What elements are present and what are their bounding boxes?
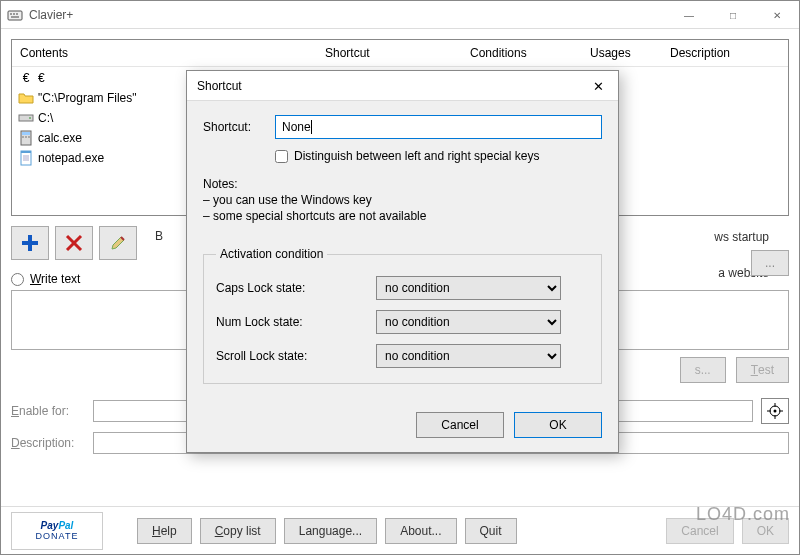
shortcut-input[interactable]: None (275, 115, 602, 139)
dialog-title: Shortcut (197, 79, 242, 93)
dialog-footer: Cancel OK (187, 406, 618, 452)
add-button[interactable] (11, 226, 49, 260)
list-item-label: "C:\Program Files" (38, 91, 137, 105)
list-header: Contents Shortcut Conditions Usages Desc… (12, 40, 788, 67)
svg-rect-8 (22, 132, 30, 135)
svg-rect-18 (22, 241, 38, 245)
shortcut-dialog: Shortcut ✕ Shortcut: None Distinguish be… (186, 70, 619, 453)
main-ok-button[interactable]: OK (742, 518, 789, 544)
calc-icon (18, 130, 34, 146)
column-shortcut[interactable]: Shortcut (317, 40, 462, 66)
list-item-label: € (38, 71, 45, 85)
svg-rect-13 (21, 151, 31, 153)
svg-point-6 (29, 117, 31, 119)
svg-rect-4 (11, 16, 19, 18)
notes-block: Notes: – you can use the Windows key – s… (203, 177, 602, 223)
scroll-lock-label: Scroll Lock state: (216, 349, 366, 363)
bottom-bar: PayPal DONATE Help Copy list Language...… (1, 506, 799, 554)
svg-rect-9 (22, 136, 24, 138)
write-text-radio[interactable] (11, 273, 24, 286)
dialog-cancel-button[interactable]: Cancel (416, 412, 504, 438)
activation-legend: Activation condition (216, 247, 327, 261)
column-contents[interactable]: Contents (12, 40, 317, 66)
language-button[interactable]: Language... (284, 518, 377, 544)
window-title: Clavier+ (29, 8, 73, 22)
folder-icon (18, 90, 34, 106)
list-item-label: C:\ (38, 111, 53, 125)
close-button[interactable]: ✕ (755, 1, 799, 29)
dialog-ok-button[interactable]: OK (514, 412, 602, 438)
drive-icon (18, 110, 34, 126)
about-button[interactable]: About... (385, 518, 456, 544)
write-text-label: Write text (30, 272, 80, 286)
copy-list-button[interactable]: Copy list (200, 518, 276, 544)
list-item-label: notepad.exe (38, 151, 104, 165)
note-line: – some special shortcuts are not availab… (203, 209, 602, 223)
maximize-button[interactable]: □ (711, 1, 755, 29)
activation-fieldset: Activation condition Caps Lock state: no… (203, 247, 602, 384)
browse-button[interactable]: ... (751, 250, 789, 276)
num-lock-label: Num Lock state: (216, 315, 366, 329)
caps-lock-row: Caps Lock state: no condition (216, 271, 589, 305)
svg-rect-10 (25, 136, 27, 138)
num-lock-select[interactable]: no condition (376, 310, 561, 334)
distinguish-label: Distinguish between left and right speci… (294, 149, 539, 163)
svg-rect-1 (10, 13, 12, 15)
edit-button[interactable] (99, 226, 137, 260)
paypal-donate-button[interactable]: PayPal DONATE (11, 512, 103, 550)
note-line: – you can use the Windows key (203, 193, 602, 207)
test-button[interactable]: Test (736, 357, 789, 383)
column-usages[interactable]: Usages (582, 40, 662, 66)
dialog-titlebar: Shortcut ✕ (187, 71, 618, 101)
delete-button[interactable] (55, 226, 93, 260)
dialog-body: Shortcut: None Distinguish between left … (187, 101, 618, 406)
shortcut-label: Shortcut: (203, 120, 267, 134)
scroll-lock-row: Scroll Lock state: no condition (216, 339, 589, 373)
svg-rect-3 (16, 13, 18, 15)
column-description[interactable]: Description (662, 40, 788, 66)
notes-title: Notes: (203, 177, 602, 191)
svg-rect-2 (13, 13, 15, 15)
list-item-label: calc.exe (38, 131, 82, 145)
enable-for-label: Enable for: (11, 404, 85, 418)
startup-label-partial: ws startup (714, 230, 769, 244)
svg-point-26 (774, 410, 777, 413)
main-cancel-button[interactable]: Cancel (666, 518, 733, 544)
num-lock-row: Num Lock state: no condition (216, 305, 589, 339)
notepad-icon (18, 150, 34, 166)
target-picker-button[interactable] (761, 398, 789, 424)
app-icon (7, 7, 23, 23)
distinguish-checkbox[interactable] (275, 150, 288, 163)
distinguish-row: Distinguish between left and right speci… (275, 149, 602, 163)
euro-icon: € (18, 70, 34, 86)
minimize-button[interactable]: — (667, 1, 711, 29)
scroll-lock-select[interactable]: no condition (376, 344, 561, 368)
svg-rect-11 (28, 136, 30, 138)
dialog-close-button[interactable]: ✕ (584, 75, 612, 97)
column-conditions[interactable]: Conditions (462, 40, 582, 66)
svg-rect-0 (8, 11, 22, 20)
shortcut-row: Shortcut: None (203, 115, 602, 139)
quit-button[interactable]: Quit (465, 518, 517, 544)
help-button[interactable]: Help (137, 518, 192, 544)
caps-lock-select[interactable]: no condition (376, 276, 561, 300)
more-button[interactable]: s... (680, 357, 726, 383)
description-label: Description: (11, 436, 85, 450)
toolbar-label: BN (155, 229, 164, 257)
window-controls: — □ ✕ (667, 1, 799, 29)
titlebar: Clavier+ — □ ✕ (1, 1, 799, 29)
caps-lock-label: Caps Lock state: (216, 281, 366, 295)
